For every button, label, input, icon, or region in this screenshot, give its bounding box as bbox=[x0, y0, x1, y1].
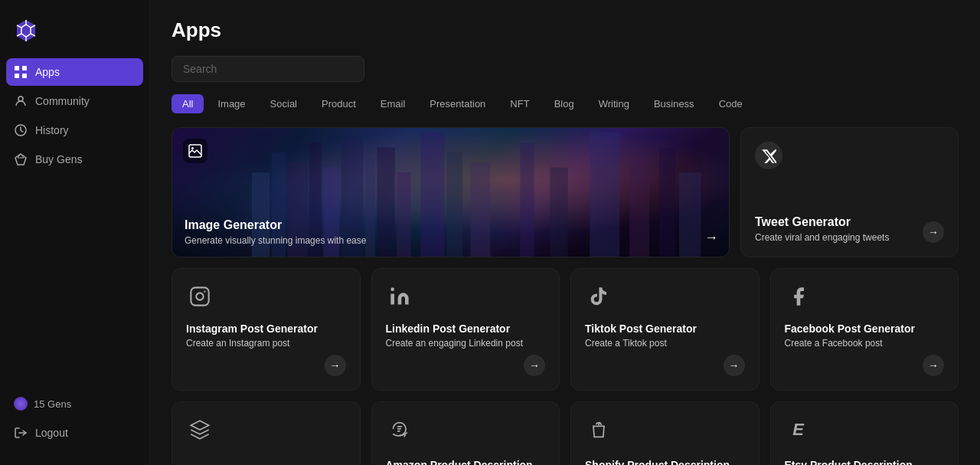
search-bar-container bbox=[172, 56, 364, 82]
card-image-generator[interactable]: Image Generator Generate visually stunni… bbox=[172, 127, 730, 257]
image-icon-badge bbox=[183, 139, 207, 163]
card-etsy-title: Etsy Product Description Generator bbox=[785, 459, 945, 465]
card-tweet-desc: Create viral and engaging tweets bbox=[755, 232, 889, 243]
filter-tab-code[interactable]: Code bbox=[708, 94, 753, 113]
image-icon bbox=[188, 144, 202, 158]
sidebar: Apps Community History Buy Gens bbox=[0, 0, 150, 465]
card-linkedin-post-generator[interactable]: Linkedin Post Generator Create an engagi… bbox=[371, 268, 560, 391]
sidebar-item-community[interactable]: Community bbox=[6, 87, 143, 115]
svg-marker-42 bbox=[191, 421, 208, 430]
card-instagram-post-generator[interactable]: Instagram Post Generator Create an Insta… bbox=[172, 268, 361, 391]
filter-tab-product[interactable]: Product bbox=[311, 94, 367, 113]
sidebar-item-buygens[interactable]: Buy Gens bbox=[6, 146, 143, 173]
search-input[interactable] bbox=[172, 56, 364, 82]
linkedin-icon-box bbox=[386, 283, 413, 310]
facebook-icon bbox=[788, 286, 809, 307]
filter-tabs: All Image Social Product Email Presentat… bbox=[172, 94, 959, 113]
card-etsy-product-description-generator[interactable]: E Etsy Product Description Generator bbox=[770, 401, 959, 465]
sidebar-item-label-apps: Apps bbox=[35, 66, 60, 78]
card-amazon-product-description-generator[interactable]: Amazon Product Description Generator bbox=[371, 401, 560, 465]
svg-point-36 bbox=[191, 147, 194, 149]
etsy-icon: E bbox=[792, 420, 804, 440]
tiktok-card-arrow-icon: → bbox=[724, 355, 745, 376]
amazon-icon bbox=[389, 419, 410, 440]
card-tiktok-title: Tiktok Post Generator bbox=[585, 323, 745, 335]
tweet-card-bottom: Tweet Generator Create viral and engagin… bbox=[755, 215, 944, 243]
card-tweet-generator[interactable]: Tweet Generator Create viral and engagin… bbox=[740, 127, 959, 257]
svg-rect-40 bbox=[390, 294, 394, 305]
diamond-icon bbox=[14, 152, 28, 166]
tiktok-icon bbox=[588, 286, 609, 307]
card-image-text: Image Generator Generate visually stunni… bbox=[172, 208, 729, 257]
shopify-icon bbox=[588, 419, 609, 440]
filter-tab-email[interactable]: Email bbox=[370, 94, 416, 113]
community-icon bbox=[14, 94, 28, 108]
filter-tab-blog[interactable]: Blog bbox=[544, 94, 585, 113]
shopify-icon-box bbox=[585, 416, 612, 444]
history-icon bbox=[14, 123, 28, 137]
amazon-card-content: Amazon Product Description Generator bbox=[386, 444, 546, 465]
filter-tab-business[interactable]: Business bbox=[643, 94, 705, 113]
main-content: Apps All Image Social Product Email Pres… bbox=[150, 0, 980, 465]
svg-rect-11 bbox=[22, 74, 27, 78]
cards-section: Image Generator Generate visually stunni… bbox=[172, 127, 959, 465]
filter-tab-nft[interactable]: NFT bbox=[499, 94, 540, 113]
linkedin-icon bbox=[389, 286, 410, 307]
card-instagram-title: Instagram Post Generator bbox=[186, 323, 346, 335]
etsy-card-content: Etsy Product Description Generator bbox=[785, 444, 945, 465]
sidebar-item-logout[interactable]: Logout bbox=[6, 419, 143, 447]
filter-tab-social[interactable]: Social bbox=[260, 94, 308, 113]
sidebar-item-label-logout: Logout bbox=[35, 427, 68, 439]
etsy-icon-box: E bbox=[785, 416, 812, 444]
svg-rect-8 bbox=[15, 66, 19, 70]
facebook-card-bottom: Facebook Post Generator Create a Faceboo… bbox=[785, 323, 945, 376]
card-shopify-product-description-generator[interactable]: Shopify Product Description Generator bbox=[570, 401, 760, 465]
instagram-icon bbox=[189, 286, 211, 307]
svg-rect-10 bbox=[15, 74, 19, 78]
card-facebook-title: Facebook Post Generator bbox=[785, 323, 945, 335]
logo bbox=[0, 12, 149, 58]
sidebar-item-apps[interactable]: Apps bbox=[6, 58, 143, 86]
instagram-card-arrow-icon: → bbox=[325, 355, 346, 376]
instagram-card-bottom: Instagram Post Generator Create an Insta… bbox=[186, 323, 346, 376]
filter-tab-all[interactable]: All bbox=[172, 94, 204, 113]
product-cards-row: Product Description Generator Amazon Pro… bbox=[172, 401, 959, 465]
tweet-card-content: Tweet Generator Create viral and engagin… bbox=[755, 215, 944, 243]
card-image-title: Image Generator bbox=[185, 218, 717, 232]
gens-counter: 15 Gens bbox=[6, 390, 143, 418]
linkedin-card-bottom: Linkedin Post Generator Create an engagi… bbox=[386, 323, 546, 376]
tweet-card-arrow-icon: → bbox=[923, 221, 944, 243]
facebook-card-arrow-icon: → bbox=[923, 355, 944, 376]
sidebar-item-history[interactable]: History bbox=[6, 116, 143, 144]
filter-tab-image[interactable]: Image bbox=[207, 94, 256, 113]
svg-rect-9 bbox=[22, 66, 27, 70]
card-amazon-title: Amazon Product Description Generator bbox=[386, 459, 546, 465]
tiktok-card-bottom: Tiktok Post Generator Create a Tiktok po… bbox=[585, 323, 745, 376]
product-card-content: Product Description Generator bbox=[186, 444, 346, 465]
svg-point-12 bbox=[18, 97, 23, 101]
sidebar-item-label-buygens: Buy Gens bbox=[35, 153, 82, 165]
filter-tab-presentation[interactable]: Presentation bbox=[419, 94, 496, 113]
svg-point-38 bbox=[196, 293, 203, 300]
svg-marker-14 bbox=[15, 154, 26, 165]
shopify-card-content: Shopify Product Description Generator bbox=[585, 444, 745, 465]
page-title: Apps bbox=[172, 18, 959, 42]
linkedin-card-arrow-icon: → bbox=[524, 355, 545, 376]
card-product-description-generator[interactable]: Product Description Generator bbox=[172, 401, 361, 465]
facebook-icon-box bbox=[785, 283, 812, 310]
gens-dot-icon bbox=[14, 397, 28, 411]
amazon-icon-box bbox=[386, 416, 413, 444]
svg-rect-37 bbox=[191, 287, 208, 305]
filter-tab-writing[interactable]: Writing bbox=[588, 94, 640, 113]
social-cards-row: Instagram Post Generator Create an Insta… bbox=[172, 268, 959, 391]
gens-count-label: 15 Gens bbox=[34, 398, 71, 410]
card-facebook-post-generator[interactable]: Facebook Post Generator Create a Faceboo… bbox=[770, 268, 959, 391]
instagram-icon-box bbox=[186, 283, 214, 310]
card-facebook-desc: Create a Facebook post bbox=[785, 338, 945, 349]
sidebar-bottom: 15 Gens Logout bbox=[0, 390, 149, 453]
svg-point-41 bbox=[390, 287, 394, 291]
twitter-icon bbox=[761, 148, 776, 163]
card-tiktok-desc: Create a Tiktok post bbox=[585, 338, 745, 349]
card-tiktok-post-generator[interactable]: Tiktok Post Generator Create a Tiktok po… bbox=[570, 268, 760, 391]
svg-point-39 bbox=[204, 290, 205, 292]
